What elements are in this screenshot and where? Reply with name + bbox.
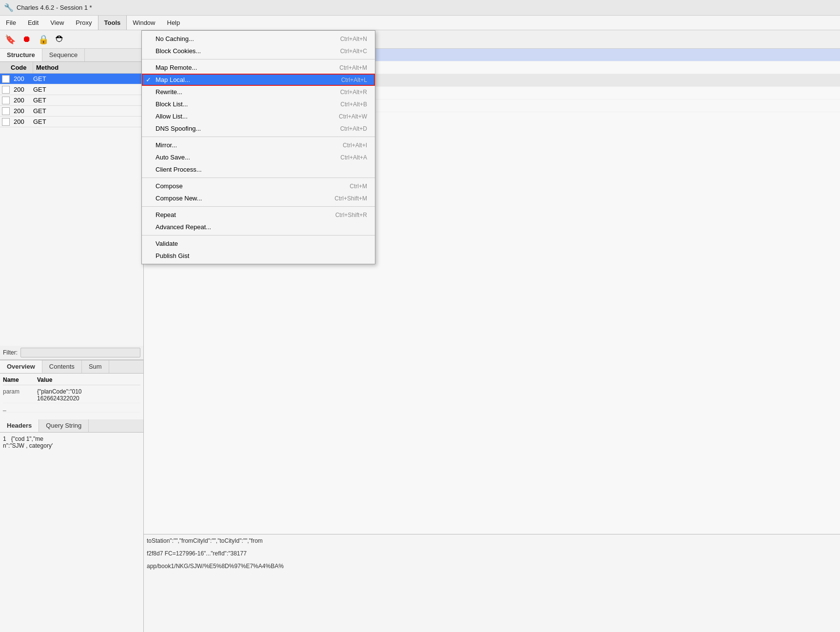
menu-repeat[interactable]: Repeat Ctrl+Shift+R [142,209,375,221]
map-remote-shortcut: Ctrl+Alt+M [339,64,367,71]
table-row[interactable]: 200 GET [0,84,143,95]
menu-no-caching[interactable]: No Caching... Ctrl+Alt+N [142,33,375,45]
menu-advanced-repeat[interactable]: Advanced Repeat... [142,221,375,233]
table-row[interactable]: 200 GET [0,117,143,127]
col-code-header: Code [8,62,33,73]
filter-bar: Filter: [0,346,143,360]
block-cookies-shortcut: Ctrl+Alt+C [340,48,367,55]
mirror-shortcut: Ctrl+Alt+I [343,142,367,149]
map-local-shortcut: Ctrl+Alt+L [341,77,367,83]
row-code: 200 [12,117,31,127]
menu-validate[interactable]: Validate [142,237,375,250]
menu-edit[interactable]: Edit [22,16,44,30]
toolbar-hat-btn[interactable]: ⛑ [53,32,67,47]
map-remote-label: Map Remote... [156,64,330,71]
menubar: File Edit View Proxy Tools Window Help [0,16,840,30]
col-method-header: Method [33,62,143,73]
right-bottom: toStation":"","fromCityId":"","toCityId"… [144,534,840,632]
compose-label: Compose [156,182,340,190]
allow-list-shortcut: Ctrl+Alt+W [339,113,367,120]
table-row[interactable]: 200 GET [0,74,143,84]
menu-compose-new[interactable]: Compose New... Ctrl+Shift+M [142,192,375,204]
tab-overview[interactable]: Overview [0,360,42,373]
right-bottom-text3: app/book1/NKG/SJW/%E5%8D%97%E7%A4%BA% [144,560,840,573]
menu-publish-gist[interactable]: Publish Gist [142,250,375,262]
menu-mirror[interactable]: Mirror... Ctrl+Alt+I [142,139,375,151]
row-method: GET [31,95,143,105]
repeat-shortcut: Ctrl+Shift+R [335,212,367,218]
right-bottom-text2: f2f8d7 FC=127996-16"..."refId":"38177 [144,547,840,560]
row-method: GET [31,106,143,116]
table-row[interactable]: 200 GET [0,106,143,117]
menu-proxy[interactable]: Proxy [70,16,98,30]
left-panel: Structure Sequence Code Method 200 GET 2… [0,49,144,632]
tab-headers[interactable]: Headers [0,419,39,432]
menu-block-cookies[interactable]: Block Cookies... Ctrl+Alt+C [142,45,375,57]
toolbar-pointer-btn[interactable]: 🔖 [3,32,18,47]
tab-sequence[interactable]: Sequence [42,49,85,61]
row-method: GET [31,74,143,84]
block-list-label: Block List... [156,100,331,108]
request-table: 200 GET 200 GET 200 GET 200 GET 200 [0,74,143,346]
tab-sum[interactable]: Sum [82,360,109,373]
menu-allow-list[interactable]: Allow List... Ctrl+Alt+W [142,110,375,122]
dns-spoofing-shortcut: Ctrl+Alt+D [340,125,367,132]
nv-header: Name Value [3,376,140,385]
auto-save-label: Auto Save... [156,154,331,161]
nv-name-header: Name [3,376,37,383]
tab-contents[interactable]: Contents [42,360,82,373]
rewrite-shortcut: Ctrl+Alt+R [340,89,367,96]
tab-query-string[interactable]: Query String [39,419,89,432]
nv-row: param {"planCode":"0101626624322020 [3,387,140,403]
separator [142,137,375,137]
menu-dns-spoofing[interactable]: DNS Spoofing... Ctrl+Alt+D [142,122,375,135]
top-tabs: Structure Sequence [0,49,143,62]
bottom-panel: Overview Contents Sum Name Value param {… [0,360,143,632]
menu-client-process[interactable]: Client Process... [142,163,375,176]
menu-view[interactable]: View [44,16,70,30]
table-header: Code Method [0,62,143,74]
menu-rewrite[interactable]: Rewrite... Ctrl+Alt+R [142,86,375,98]
headers-content: 1 {"cod 1","men":"SJW , category' [0,433,143,452]
nv-underscore-name: _ [3,404,37,411]
client-process-label: Client Process... [156,166,357,173]
row-num: 1 [3,435,6,442]
block-cookies-label: Block Cookies... [156,47,331,55]
compose-new-label: Compose New... [156,195,325,202]
toolbar-record-btn[interactable]: ⏺ [20,32,34,47]
right-bottom-text1: toStation":"","fromCityId":"","toCityId"… [144,534,840,547]
no-caching-label: No Caching... [156,35,331,42]
menu-compose[interactable]: Compose Ctrl+M [142,180,375,192]
row-code: 200 [12,95,31,105]
bottom-overview-content: Name Value param {"planCode":"0101626624… [0,374,143,415]
menu-block-list[interactable]: Block List... Ctrl+Alt+B [142,98,375,110]
menu-map-local[interactable]: ✓ Map Local... Ctrl+Alt+L [142,74,375,86]
toolbar-lock-btn[interactable]: 🔒 [36,32,51,47]
nv-param-value: {"planCode":"0101626624322020 [37,388,140,402]
nv-underscore-value [37,404,140,411]
nv-row: _ [3,403,140,413]
nv-value-header: Value [37,376,140,383]
advanced-repeat-label: Advanced Repeat... [156,223,357,231]
table-row[interactable]: 200 GET [0,95,143,106]
validate-label: Validate [156,240,357,247]
menu-window[interactable]: Window [127,16,161,30]
bottom-tabs2: Headers Query String [0,419,143,433]
filter-label: Filter: [3,349,18,356]
menu-auto-save[interactable]: Auto Save... Ctrl+Alt+A [142,151,375,163]
separator [142,235,375,236]
dns-spoofing-label: DNS Spoofing... [156,125,331,132]
menu-file[interactable]: File [0,16,22,30]
no-caching-shortcut: Ctrl+Alt+N [340,36,367,42]
row-data: {"cod 1","men":"SJW , category' [3,435,53,449]
filter-input[interactable] [20,348,140,357]
menu-map-remote[interactable]: Map Remote... Ctrl+Alt+M [142,61,375,74]
row-code: 200 [12,106,31,116]
titlebar: 🔧 Charles 4.6.2 - Session 1 * [0,0,840,16]
map-local-label: Map Local... [156,76,332,83]
menu-help[interactable]: Help [161,16,186,30]
block-list-shortcut: Ctrl+Alt+B [340,101,367,108]
separator [142,178,375,178]
menu-tools[interactable]: Tools [98,16,127,30]
tab-structure[interactable]: Structure [0,49,42,61]
